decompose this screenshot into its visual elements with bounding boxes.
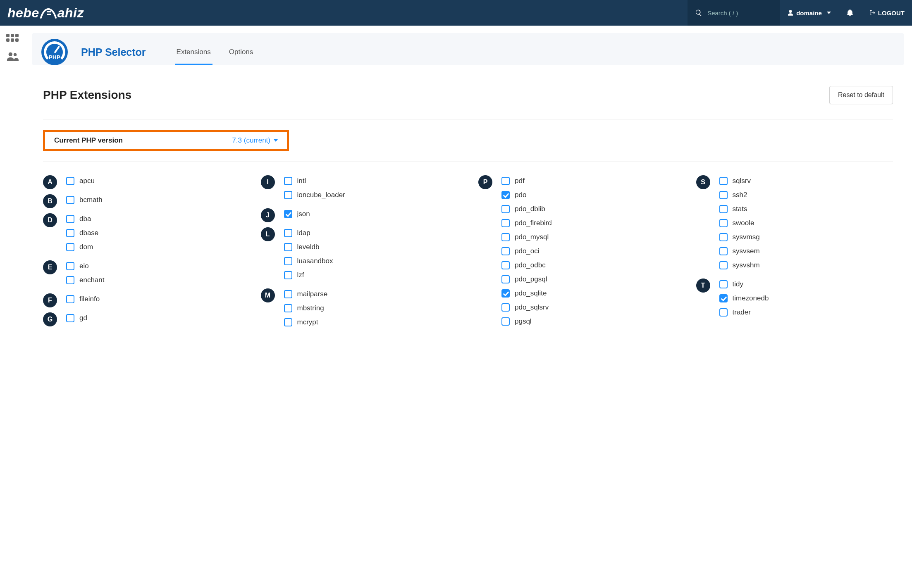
extension-checkbox[interactable] xyxy=(284,210,292,218)
extension-checkbox[interactable] xyxy=(66,262,74,270)
extensions-column: AapcuBbcmathDdbadbasedomEeioenchantFfile… xyxy=(43,177,240,337)
extension-label: ldap xyxy=(297,229,310,237)
extension-checkbox[interactable] xyxy=(719,219,728,227)
letter-badge: E xyxy=(43,260,57,274)
extension-checkbox[interactable] xyxy=(66,229,74,237)
svg-rect-1 xyxy=(47,14,51,15)
extension-item: sysvsem xyxy=(719,247,760,255)
extension-label: pdo xyxy=(515,191,526,199)
extension-checkbox[interactable] xyxy=(719,191,728,199)
logout-button[interactable]: LOGOUT xyxy=(862,0,912,26)
extension-label: sysvmsg xyxy=(733,233,760,241)
extension-label: mbstring xyxy=(297,304,324,312)
letter-badge: F xyxy=(43,293,57,307)
extension-label: dom xyxy=(79,243,93,251)
search-input[interactable] xyxy=(707,10,769,17)
extensions-column: Ssqlsrvssh2statsswoolesysvmsgsysvsemsysv… xyxy=(696,177,893,337)
extension-checkbox[interactable] xyxy=(501,261,510,269)
extension-item: mcrypt xyxy=(284,318,328,326)
extension-item: pgsql xyxy=(501,317,552,326)
extension-checkbox[interactable] xyxy=(719,294,728,302)
tab-options[interactable]: Options xyxy=(228,39,254,65)
extension-checkbox[interactable] xyxy=(284,271,292,279)
extension-label: pgsql xyxy=(515,317,532,326)
extension-checkbox[interactable] xyxy=(284,229,292,237)
letter-badge: B xyxy=(43,194,57,208)
extension-label: pdo_sqlsrv xyxy=(515,303,549,312)
extensions-section: PHP Extensions Reset to default Current … xyxy=(32,65,904,337)
extension-checkbox[interactable] xyxy=(66,243,74,251)
php-gauge-icon: PHP xyxy=(41,39,68,65)
extension-checkbox[interactable] xyxy=(66,295,74,303)
extension-label: lzf xyxy=(297,271,304,279)
extension-label: sysvsem xyxy=(733,247,760,255)
tab-extensions[interactable]: Extensions xyxy=(176,39,212,65)
users-icon xyxy=(6,51,19,61)
extension-checkbox[interactable] xyxy=(501,205,510,213)
extension-checkbox[interactable] xyxy=(501,275,510,283)
extension-checkbox[interactable] xyxy=(501,219,510,227)
extension-label: bcmath xyxy=(79,196,103,204)
version-dropdown[interactable]: 7.3 (current) xyxy=(232,136,278,145)
extension-item: pdo_odbc xyxy=(501,261,552,269)
extension-checkbox[interactable] xyxy=(501,303,510,312)
extension-checkbox[interactable] xyxy=(284,257,292,265)
extension-checkbox[interactable] xyxy=(66,314,74,322)
extension-item: bcmath xyxy=(66,196,103,204)
extension-label: gd xyxy=(79,314,87,322)
extension-checkbox[interactable] xyxy=(719,261,728,269)
chevron-down-icon xyxy=(274,139,278,142)
extension-checkbox[interactable] xyxy=(284,243,292,251)
logo[interactable]: hebe ahiz xyxy=(7,5,84,21)
extension-item: intl xyxy=(284,177,345,185)
extension-label: mailparse xyxy=(297,290,328,298)
extensions-column: Ppdfpdopdo_dblibpdo_firebirdpdo_mysqlpdo… xyxy=(478,177,676,337)
extension-checkbox[interactable] xyxy=(66,177,74,185)
letter-badge: A xyxy=(43,175,57,189)
extension-checkbox[interactable] xyxy=(501,233,510,241)
letter-badge: G xyxy=(43,312,57,326)
extension-checkbox[interactable] xyxy=(284,177,292,185)
account-menu[interactable]: domaine xyxy=(780,0,838,26)
extension-checkbox[interactable] xyxy=(719,308,728,317)
extension-checkbox[interactable] xyxy=(501,317,510,326)
extension-label: sqlsrv xyxy=(733,177,751,185)
notifications-button[interactable] xyxy=(838,0,862,26)
extension-item: sysvshm xyxy=(719,261,760,269)
extension-checkbox[interactable] xyxy=(719,205,728,213)
main-content: PHP PHP Selector Extensions Options PHP … xyxy=(25,26,912,337)
extension-checkbox[interactable] xyxy=(284,290,292,298)
extension-checkbox[interactable] xyxy=(719,247,728,255)
search-box[interactable] xyxy=(688,0,780,26)
extension-checkbox[interactable] xyxy=(284,318,292,326)
extension-label: apcu xyxy=(79,177,95,185)
extension-label: intl xyxy=(297,177,306,185)
extension-item: ioncube_loader xyxy=(284,191,345,199)
extension-label: sysvshm xyxy=(733,261,760,269)
extension-item: dba xyxy=(66,215,98,223)
version-label: Current PHP version xyxy=(54,136,123,145)
extension-checkbox[interactable] xyxy=(719,280,728,288)
extension-checkbox[interactable] xyxy=(501,247,510,255)
extension-checkbox[interactable] xyxy=(66,196,74,204)
extension-checkbox[interactable] xyxy=(284,304,292,312)
extension-checkbox[interactable] xyxy=(501,177,510,185)
extension-checkbox[interactable] xyxy=(501,191,510,199)
extension-checkbox[interactable] xyxy=(66,276,74,284)
extension-item: swoole xyxy=(719,219,760,227)
extension-checkbox[interactable] xyxy=(66,215,74,223)
apps-grid-button[interactable] xyxy=(6,34,19,43)
extension-checkbox[interactable] xyxy=(284,191,292,199)
letter-badge: D xyxy=(43,213,57,227)
extension-checkbox[interactable] xyxy=(719,233,728,241)
extension-label: swoole xyxy=(733,219,754,227)
version-value: 7.3 (current) xyxy=(232,136,270,145)
section-title: PHP Extensions xyxy=(43,88,131,102)
letter-badge: S xyxy=(696,175,710,189)
extension-checkbox[interactable] xyxy=(719,177,728,185)
extension-checkbox[interactable] xyxy=(501,289,510,298)
users-button[interactable] xyxy=(6,51,19,60)
extension-item: json xyxy=(284,210,310,218)
extension-item: leveldb xyxy=(284,243,333,251)
reset-to-default-button[interactable]: Reset to default xyxy=(829,86,893,104)
